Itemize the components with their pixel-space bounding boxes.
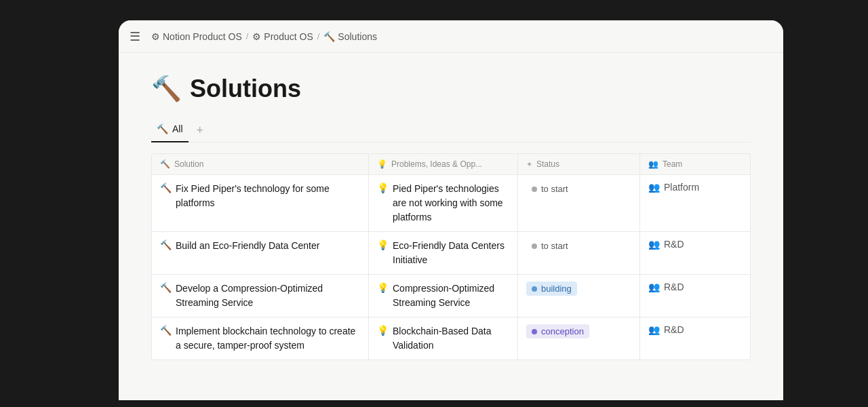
team-label-2: R&D xyxy=(664,239,684,250)
team-label-1: Platform xyxy=(664,182,699,193)
team-cell-2: 👥 R&D xyxy=(648,239,684,250)
solution-icon-2: 🔨 xyxy=(160,239,172,250)
problem-icon-2: 💡 xyxy=(377,239,389,250)
header-solution-label: Solution xyxy=(174,159,203,169)
page-title: Solutions xyxy=(190,75,301,103)
problem-text-1: Pied Piper's technologies are not workin… xyxy=(393,182,509,225)
header-solution-icon: 🔨 xyxy=(160,159,170,169)
cell-status-1: to start xyxy=(518,175,640,231)
breadcrumb-label-product-os: Product OS xyxy=(264,31,313,42)
breadcrumb-item-solutions[interactable]: 🔨 Solutions xyxy=(323,31,377,42)
status-dot-4 xyxy=(532,329,537,334)
status-dot-2 xyxy=(532,244,537,249)
cell-status-2: to start xyxy=(518,232,640,274)
device-frame: ☰ ⚙ Notion Product OS / ⚙ Product OS / 🔨… xyxy=(119,20,783,400)
header-status-label: Status xyxy=(536,159,559,169)
team-cell-3: 👥 R&D xyxy=(648,282,684,292)
solution-icon-1: 🔨 xyxy=(160,182,172,193)
header-problems: 💡 Problems, Ideas & Opp... xyxy=(369,154,518,174)
cell-team-4: 👥 R&D xyxy=(640,317,722,360)
header-team-icon: 👥 xyxy=(648,159,658,169)
cell-team-3: 👥 R&D xyxy=(640,275,722,317)
header-status-icon: ✦ xyxy=(526,160,532,169)
tabs-row: 🔨 All + xyxy=(151,119,751,142)
cell-status-4: conception xyxy=(518,317,640,360)
cell-problem-4: 💡 Blockchain-Based Data Validation xyxy=(369,317,518,360)
team-icon-3: 👥 xyxy=(648,282,660,292)
team-label-4: R&D xyxy=(664,324,684,335)
table-row[interactable]: 🔨 Develop a Compression-Optimized Stream… xyxy=(152,275,750,317)
cell-problem-2: 💡 Eco-Friendly Data Centers Initiative xyxy=(369,232,518,274)
solution-text-3: Develop a Compression-Optimized Streamin… xyxy=(176,282,360,310)
solution-text-4: Implement blockchain technology to creat… xyxy=(176,324,360,353)
solutions-breadcrumb-icon: 🔨 xyxy=(323,31,335,42)
cell-solution-2: 🔨 Build an Eco-Friendly Data Center xyxy=(152,232,369,274)
header-problems-icon: 💡 xyxy=(377,159,387,169)
team-icon-2: 👥 xyxy=(648,239,660,250)
header-solution: 🔨 Solution xyxy=(152,154,369,174)
cell-solution-3: 🔨 Develop a Compression-Optimized Stream… xyxy=(152,275,369,317)
team-label-3: R&D xyxy=(664,282,684,292)
status-label-2: to start xyxy=(541,241,568,251)
header-problems-label: Problems, Ideas & Opp... xyxy=(391,159,482,169)
table-header: 🔨 Solution 💡 Problems, Ideas & Opp... ✦ … xyxy=(152,154,750,175)
tab-all-icon: 🔨 xyxy=(157,123,168,134)
page-title-row: 🔨 Solutions xyxy=(151,75,751,103)
problem-text-2: Eco-Friendly Data Centers Initiative xyxy=(393,239,509,267)
table-row[interactable]: 🔨 Fix Pied Piper's technology for some p… xyxy=(152,175,750,232)
cell-problem-1: 💡 Pied Piper's technologies are not work… xyxy=(369,175,518,231)
breadcrumb: ⚙ Notion Product OS / ⚙ Product OS / 🔨 S… xyxy=(151,31,377,42)
device-inner: ☰ ⚙ Notion Product OS / ⚙ Product OS / 🔨… xyxy=(119,20,783,400)
breadcrumb-sep-2: / xyxy=(317,31,320,41)
status-label-3: building xyxy=(541,284,572,294)
product-os-icon: ⚙ xyxy=(252,31,261,42)
cell-solution-4: 🔨 Implement blockchain technology to cre… xyxy=(152,317,369,360)
status-badge-1: to start xyxy=(526,182,574,196)
status-dot-3 xyxy=(532,286,537,292)
team-cell-1: 👥 Platform xyxy=(648,182,699,193)
data-table: 🔨 Solution 💡 Problems, Ideas & Opp... ✦ … xyxy=(151,153,751,360)
page-title-icon: 🔨 xyxy=(151,75,182,103)
tab-all[interactable]: 🔨 All xyxy=(151,119,189,142)
tab-all-label: All xyxy=(172,123,183,134)
breadcrumb-label-notion: Notion Product OS xyxy=(163,31,242,42)
status-badge-2: to start xyxy=(526,239,574,253)
header-status: ✦ Status xyxy=(518,154,640,174)
team-cell-4: 👥 R&D xyxy=(648,324,684,335)
status-badge-3: building xyxy=(526,282,577,296)
page-content: 🔨 Solutions 🔨 All + 🔨 Solution xyxy=(119,53,783,400)
status-dot-1 xyxy=(532,187,537,192)
tab-add-button[interactable]: + xyxy=(194,121,207,140)
problem-icon-1: 💡 xyxy=(377,182,389,193)
header-team-label: Team xyxy=(663,159,682,169)
topbar: ☰ ⚙ Notion Product OS / ⚙ Product OS / 🔨… xyxy=(119,20,783,53)
notion-product-os-icon: ⚙ xyxy=(151,31,160,42)
status-label-4: conception xyxy=(541,326,584,336)
menu-icon[interactable]: ☰ xyxy=(130,29,140,44)
cell-solution-1: 🔨 Fix Pied Piper's technology for some p… xyxy=(152,175,369,231)
team-icon-4: 👥 xyxy=(648,324,660,335)
table-row[interactable]: 🔨 Implement blockchain technology to cre… xyxy=(152,317,750,360)
cell-status-3: building xyxy=(518,275,640,317)
solution-text-1: Fix Pied Piper's technology for some pla… xyxy=(176,182,360,210)
problem-text-3: Compression-Optimized Streaming Service xyxy=(393,282,509,310)
breadcrumb-sep-1: / xyxy=(246,31,249,41)
solution-icon-3: 🔨 xyxy=(160,282,172,293)
team-icon-1: 👥 xyxy=(648,182,660,193)
problem-text-4: Blockchain-Based Data Validation xyxy=(393,324,509,353)
breadcrumb-label-solutions: Solutions xyxy=(338,31,377,42)
cell-team-2: 👥 R&D xyxy=(640,232,722,274)
table-row[interactable]: 🔨 Build an Eco-Friendly Data Center 💡 Ec… xyxy=(152,232,750,275)
status-label-1: to start xyxy=(541,184,568,194)
cell-problem-3: 💡 Compression-Optimized Streaming Servic… xyxy=(369,275,518,317)
status-badge-4: conception xyxy=(526,324,589,338)
solution-icon-4: 🔨 xyxy=(160,325,172,336)
problem-icon-3: 💡 xyxy=(377,282,389,293)
cell-team-1: 👥 Platform xyxy=(640,175,722,231)
solution-text-2: Build an Eco-Friendly Data Center xyxy=(176,239,360,253)
breadcrumb-item-notion[interactable]: ⚙ Notion Product OS xyxy=(151,31,242,42)
header-team: 👥 Team xyxy=(640,154,722,174)
problem-icon-4: 💡 xyxy=(377,325,389,336)
breadcrumb-item-product-os[interactable]: ⚙ Product OS xyxy=(252,31,313,42)
